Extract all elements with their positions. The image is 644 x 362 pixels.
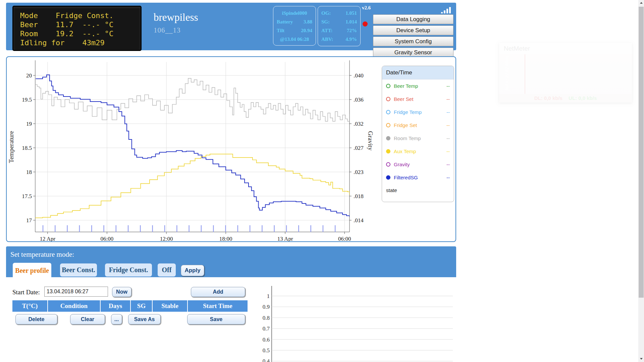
svg-text:0.9: 0.9 <box>263 304 270 310</box>
netmeter-title: NetMeter <box>499 43 632 54</box>
netmeter-status-bar: DL: 0,0 kb/s UL: 0,0 kb/s <box>499 94 632 103</box>
lcd-line-3: Idling for 43m29 <box>20 38 134 47</box>
page-scrollbar[interactable] <box>638 0 644 362</box>
legend-series-value: -- <box>446 175 450 180</box>
more-options-button[interactable]: ... <box>111 314 122 324</box>
legend-series-icon <box>386 84 390 88</box>
legend-item-beer-temp[interactable]: Beer Temp-- <box>382 79 454 93</box>
legend-item-aux-temp[interactable]: Aux Temp-- <box>382 145 454 158</box>
svg-text:18:00: 18:00 <box>219 236 232 241</box>
ispindel-row-label: Tilt <box>277 26 284 35</box>
add-button[interactable]: Add <box>191 287 245 297</box>
legend-series-label: Room Temp <box>394 135 421 141</box>
apply-button[interactable]: Apply <box>181 265 204 276</box>
nav-buttons: Data LoggingDevice SetupSystem ConfigGra… <box>373 14 453 59</box>
lcd-line-2: Room 19.2 --.- °C <box>20 29 134 38</box>
svg-text:Temperature: Temperature <box>8 131 15 163</box>
netmeter-upload-label: UL: 0,0 kb/s <box>569 95 597 101</box>
tab-beer-profile[interactable]: Beer profile <box>13 263 51 280</box>
tab-beer-const[interactable]: Beer Const. <box>60 263 97 277</box>
legend-series-value: -- <box>446 122 450 128</box>
tab-off[interactable]: Off <box>158 263 176 277</box>
svg-text:.032: .032 <box>354 121 364 127</box>
vitals-row-value: 1.014 <box>345 17 357 26</box>
mode-heading: Set temperature mode: <box>10 250 74 259</box>
brand: brewpiless 106__13 <box>154 11 198 35</box>
svg-text:0.8: 0.8 <box>263 315 270 321</box>
svg-text:12 Apr: 12 Apr <box>40 236 56 241</box>
legend-item-room-temp[interactable]: Room Temp-- <box>382 132 454 145</box>
svg-text:17: 17 <box>26 217 32 224</box>
clear-button[interactable]: Clear <box>70 314 105 324</box>
gravity-vitals-panel: OG:1.051SG:1.014ATT:72%ABV:4.9% <box>318 6 361 46</box>
profile-table-header: T(°C)ConditionDaysSGStableStart Time <box>12 300 248 312</box>
svg-text:.018: .018 <box>354 193 364 199</box>
legend-item-filteredsg[interactable]: FilteredSG-- <box>382 171 454 184</box>
svg-text:0.6: 0.6 <box>263 337 270 343</box>
netmeter-ghost-overlay: NetMeter MAX: 27.87 Mb/s DL: 0,0 kb/s UL… <box>499 43 632 103</box>
device-setup-button[interactable]: Device Setup <box>373 25 453 35</box>
netmeter-chart: MAX: 27.87 Mb/s <box>499 54 632 94</box>
legend-item-fridge-set[interactable]: Fridge Set-- <box>382 119 454 132</box>
vitals-row-label: ABV: <box>321 35 333 44</box>
start-date-input[interactable] <box>44 287 108 297</box>
legend-series-label: Aux Temp <box>394 148 416 154</box>
ispindel-row: Tilt20.94 <box>277 26 312 35</box>
legend-series-value: -- <box>446 83 450 89</box>
vitals-row: SG:1.014 <box>321 17 357 26</box>
legend-series-label: Fridge Set <box>394 122 417 128</box>
scrollbar-thumb[interactable] <box>639 7 644 298</box>
save-as-button[interactable]: Save As <box>128 314 161 324</box>
svg-text:.040: .040 <box>354 72 364 79</box>
vitals-row-value: 1.051 <box>345 9 357 17</box>
netmeter-download-label: DL: 0,0 kb/s <box>534 95 562 101</box>
gravity-sensor-button[interactable]: Gravity Sensor <box>373 48 453 57</box>
legend-series-label: FilteredSG <box>394 175 418 180</box>
svg-text:19.5: 19.5 <box>22 97 32 103</box>
vitals-row-label: SG: <box>321 17 330 26</box>
svg-text:.036: .036 <box>354 97 364 103</box>
tab-fridge-const[interactable]: Fridge Const. <box>105 263 152 277</box>
legend-series-icon <box>386 162 390 167</box>
column-header-1: Condition <box>48 300 101 312</box>
delete-button[interactable]: Delete <box>15 314 57 324</box>
svg-text:Gravity: Gravity <box>367 131 374 151</box>
svg-text:17.5: 17.5 <box>22 193 32 199</box>
wifi-signal-icon <box>441 7 452 13</box>
legend-series-label: Gravity <box>394 162 410 167</box>
save-button[interactable]: Save <box>187 314 245 324</box>
series-filteredsg <box>36 75 350 217</box>
svg-text:0.4: 0.4 <box>263 358 270 362</box>
ispindel-panel: iSpindel000 Battery3.88Tilt20.94 @13.04 … <box>273 6 316 46</box>
svg-text:06:00: 06:00 <box>101 236 114 241</box>
now-button[interactable]: Now <box>112 287 131 297</box>
svg-text:.014: .014 <box>354 217 364 224</box>
netmeter-max-label: MAX: 27.87 Mb/s <box>504 56 509 90</box>
legend-item-beer-set[interactable]: Beer Set-- <box>382 93 454 106</box>
page-subtitle: 106__13 <box>154 26 198 35</box>
legend-item-gravity[interactable]: Gravity-- <box>382 158 454 171</box>
svg-text:.027: .027 <box>354 145 364 151</box>
legend-item-fridge-temp[interactable]: Fridge Temp-- <box>382 106 454 119</box>
sg-alert-dot <box>363 21 368 26</box>
scrollbar-down-icon[interactable] <box>638 356 644 362</box>
legend-series-value: -- <box>446 109 450 115</box>
profile-preview-chart: 10.90.80.70.60.50.4 <box>255 283 455 362</box>
vitals-row-value: 72% <box>347 26 357 35</box>
legend-series-value: -- <box>446 148 450 154</box>
legend-series-label: Beer Set <box>394 96 413 102</box>
lcd-line-1: Beer 11.7 --.- °C <box>20 20 134 29</box>
svg-text:13 Apr: 13 Apr <box>277 236 293 241</box>
legend-series-icon <box>386 123 390 127</box>
legend-series-icon <box>386 175 390 180</box>
ispindel-row-value: 3.88 <box>304 17 312 26</box>
data-logging-button[interactable]: Data Logging <box>373 14 453 24</box>
svg-text:20: 20 <box>26 72 32 79</box>
legend-series-label: Fridge Temp <box>394 109 422 115</box>
system-config-button[interactable]: System Config <box>373 37 453 46</box>
legend-series-value: -- <box>446 135 450 141</box>
vitals-row-label: ATT: <box>321 26 333 35</box>
scrollbar-up-icon[interactable] <box>638 0 644 6</box>
vitals-row: OG:1.051 <box>321 9 357 17</box>
svg-text:0.5: 0.5 <box>263 347 270 354</box>
